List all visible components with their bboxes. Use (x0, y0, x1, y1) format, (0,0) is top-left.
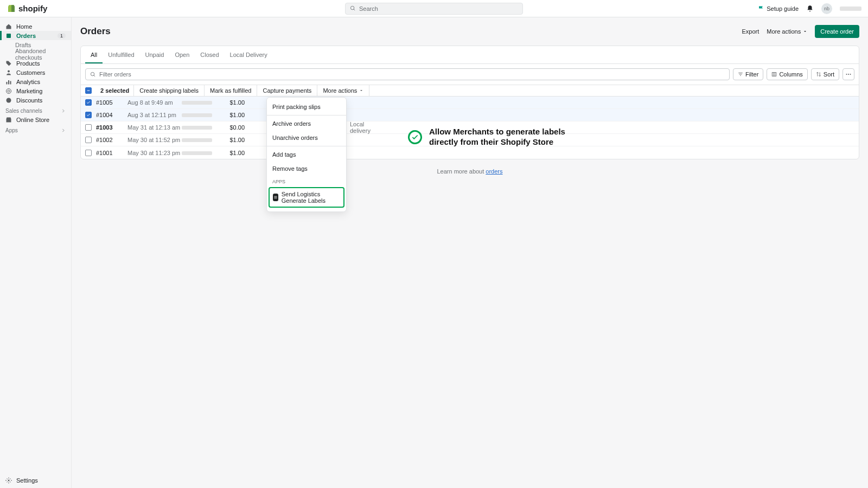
svg-line-1 (354, 9, 355, 10)
shopify-bag-icon (7, 4, 16, 14)
global-search[interactable]: Search (345, 3, 523, 15)
search-placeholder: Search (359, 5, 378, 12)
setup-guide-link[interactable]: Setup guide (758, 5, 799, 12)
topbar: shopify Search Setup guide nb (0, 0, 868, 17)
svg-point-0 (350, 6, 354, 9)
flag-icon (758, 5, 764, 12)
logo[interactable]: shopify (7, 4, 47, 14)
user-avatar[interactable]: nb (821, 3, 832, 14)
search-icon (350, 5, 356, 11)
brand-text: shopify (18, 4, 47, 13)
store-name-redacted (840, 7, 861, 11)
notifications-icon[interactable] (806, 5, 814, 12)
